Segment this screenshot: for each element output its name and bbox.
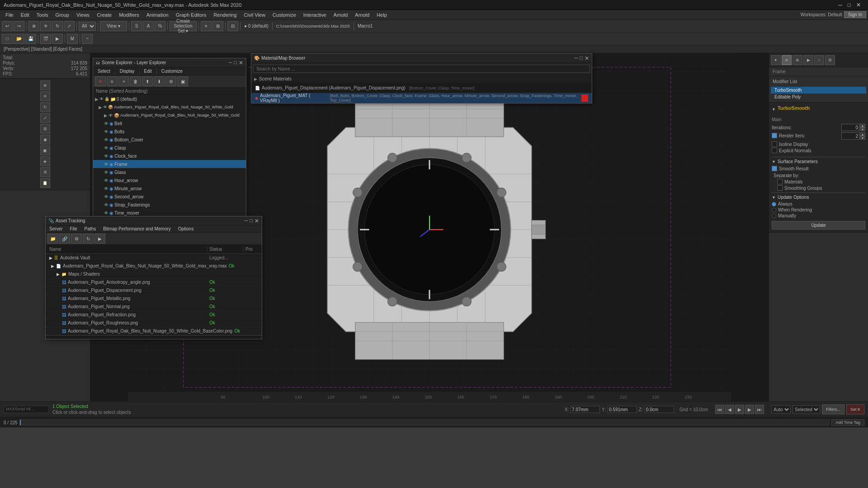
open-btn[interactable]: 📂	[14, 34, 24, 44]
mb-section-header[interactable]: ▶ Scene Materials	[251, 75, 592, 83]
menu-scripting[interactable]: Interactive	[300, 11, 330, 19]
tree-clasp[interactable]: 👁 ◉ Clasp	[93, 144, 246, 152]
at-item-map-6[interactable]: 🖼 Audemars_Piguet_Roughness.png Ok	[46, 319, 262, 327]
select-btn[interactable]: ⊕	[28, 21, 39, 31]
utilities-icon[interactable]: ⚙	[825, 55, 835, 65]
tab-select[interactable]: Select	[93, 67, 115, 75]
left-icon-1[interactable]: ⊕	[40, 80, 50, 90]
left-icon-9[interactable]: ⚙	[40, 167, 50, 177]
menu-rendering[interactable]: Rendering	[210, 11, 241, 19]
at-btn5[interactable]: ▶	[94, 234, 105, 244]
goto-start-btn[interactable]: ⏮	[715, 405, 724, 414]
quick-render-btn[interactable]: ▶	[52, 34, 63, 44]
x-input[interactable]	[571, 406, 600, 413]
update-options-header[interactable]: ▼ Update Options	[772, 195, 865, 200]
new-scene-btn[interactable]: □	[2, 34, 13, 44]
mirror-btn[interactable]: ⊞	[212, 21, 223, 31]
at-item-main-file[interactable]: ▶ 📄 Audemars_Piguet_Royal_Oak_Bleu_Nuit_…	[46, 262, 262, 270]
create-icon[interactable]: ✦	[771, 55, 781, 65]
mb-minimize[interactable]: ─	[575, 55, 578, 61]
render-iters-up[interactable]: ▲	[860, 132, 865, 136]
menu-graph-editors[interactable]: Graph Editors	[172, 11, 210, 19]
mb-search-input[interactable]	[253, 65, 590, 73]
at-item-map-5[interactable]: 🖼 Audemars_Piguet_Refraction.png Ok	[46, 311, 262, 319]
se-columns-btn[interactable]: ▣	[177, 76, 188, 86]
manually-radio[interactable]	[772, 214, 776, 218]
turbosmooth-header[interactable]: ▼ TurboSmooth	[772, 105, 865, 113]
material-editor-btn[interactable]: M	[67, 34, 78, 44]
selected-select[interactable]: Selected	[793, 405, 820, 413]
render-btn[interactable]: View ▾	[100, 21, 127, 31]
menu-group[interactable]: Group	[52, 11, 73, 19]
at-menu-server[interactable]: Server	[46, 225, 66, 232]
at-item-map-4[interactable]: 🖼 Audemars_Piguet_Normal.png Ok	[46, 303, 262, 311]
smooth-result-checkbox[interactable]	[772, 166, 777, 171]
next-frame-btn[interactable]: ▶	[745, 405, 754, 414]
mb-maximize[interactable]: □	[580, 55, 583, 61]
move-btn[interactable]: ✛	[40, 21, 51, 31]
menu-customize[interactable]: Customize	[269, 11, 300, 19]
maximize-btn[interactable]: □	[848, 2, 851, 8]
tab-display[interactable]: Display	[115, 67, 140, 75]
save-btn[interactable]: 💾	[25, 34, 36, 44]
scale-btn[interactable]: ⤢	[64, 21, 75, 31]
se-sort-btn[interactable]: ⬆	[142, 76, 153, 86]
at-scrollbar-h[interactable]	[46, 335, 262, 339]
se-options-btn[interactable]: ⚙	[165, 76, 176, 86]
render-iters-down[interactable]: ▼	[860, 136, 865, 140]
surface-params-header[interactable]: ▼ Surface Parameters	[772, 159, 865, 164]
left-icon-3[interactable]: ↻	[40, 102, 50, 112]
always-radio[interactable]	[772, 202, 776, 206]
scene-explorer-maximize[interactable]: □	[234, 60, 237, 66]
render-iters-checkbox[interactable]	[772, 133, 777, 138]
menu-views[interactable]: Views	[73, 11, 93, 19]
tree-root-obj[interactable]: ▶ 👁 📦 Audemars_Piguet_Royal_Oak_Bleu_Nui…	[93, 103, 246, 111]
tree-belt[interactable]: 👁 ◉ Belt	[93, 119, 246, 127]
percent-snap[interactable]: %	[155, 21, 165, 31]
animation-mode-select[interactable]: Auto	[771, 405, 791, 413]
at-item-map-3[interactable]: 🖼 Audemars_Piguet_Metallic.png Ok	[46, 295, 262, 303]
menu-modifiers[interactable]: Modifiers	[115, 11, 143, 19]
undo-btn[interactable]: ↩	[2, 21, 13, 31]
at-menu-file[interactable]: File	[66, 225, 80, 232]
close-btn[interactable]: ✕	[856, 2, 861, 8]
menu-tools[interactable]: Tools	[33, 11, 52, 19]
minimize-btn[interactable]: ─	[838, 2, 842, 8]
se-create-btn[interactable]: +	[118, 76, 129, 86]
motion-icon[interactable]: ▶	[803, 55, 813, 65]
materials-checkbox[interactable]	[777, 179, 783, 184]
display-icon[interactable]: ○	[814, 55, 824, 65]
layers-btn[interactable]: ≡	[201, 21, 212, 31]
menu-file[interactable]: File	[2, 11, 17, 19]
iterations-input[interactable]	[841, 124, 859, 131]
menu-create[interactable]: Create	[93, 11, 115, 19]
se-layer-btn[interactable]: ≡	[107, 76, 118, 86]
at-item-map-1[interactable]: 🖼 Audemars_Piguet_Anisotropy_angle.png O…	[46, 278, 262, 286]
scene-explorer-close[interactable]: ✕	[239, 60, 243, 66]
mb-material-1[interactable]: 📄 Audemars_Piguet_Displacement (Audemars…	[251, 83, 592, 93]
at-menu-bitmap[interactable]: Bitmap Performance and Memory	[99, 225, 175, 232]
left-icon-7[interactable]: ▣	[40, 145, 50, 155]
menu-edit[interactable]: Edit	[17, 11, 33, 19]
modifier-editable-poly[interactable]: Editable Poly	[771, 94, 866, 100]
tree-second-arrow[interactable]: 👁 ◉ Second_arrow	[93, 192, 246, 201]
tree-clock-face[interactable]: 👁 ◉ Clock_face	[93, 152, 246, 160]
at-item-maps-folder[interactable]: ▶ 📁 Maps / Shaders	[46, 270, 262, 278]
timeline-bar[interactable]	[19, 419, 830, 426]
menu-arnold[interactable]: Arnold	[351, 11, 373, 19]
prev-frame-btn[interactable]: ◀	[725, 405, 734, 414]
sign-in-button[interactable]: Sign In	[844, 11, 866, 18]
scene-explorer-minimize[interactable]: ─	[229, 60, 232, 66]
explicit-normals-checkbox[interactable]	[772, 148, 777, 153]
tab-customize[interactable]: Customize	[157, 67, 187, 75]
menu-interactive[interactable]: Arnold	[330, 11, 352, 19]
at-item-vault[interactable]: ▶ 🗄 Autodesk Vault Logged...	[46, 254, 262, 262]
when-rendering-radio[interactable]	[772, 208, 776, 212]
tree-frame[interactable]: 👁 ◉ Frame	[93, 160, 246, 168]
se-filter-btn[interactable]: ✕	[95, 76, 106, 86]
tree-bolts[interactable]: 👁 ◉ Bolts	[93, 127, 246, 136]
tree-sub-root[interactable]: ▶ 👁 📦 Audemars_Piguet_Royal_Oak_Bleu_Nui…	[93, 111, 246, 119]
menu-civil-view[interactable]: Civil View	[240, 11, 269, 19]
angle-snap[interactable]: A	[143, 21, 154, 31]
smoothing-groups-checkbox[interactable]	[777, 185, 783, 191]
